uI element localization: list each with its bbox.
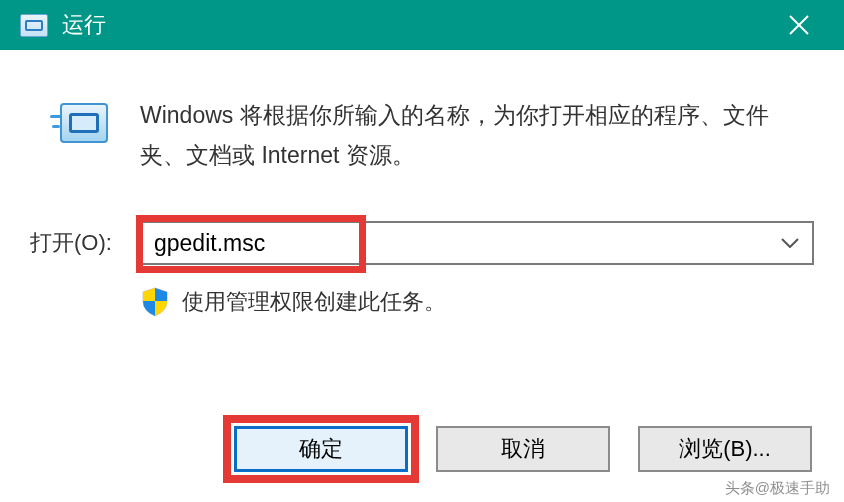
admin-note-text: 使用管理权限创建此任务。 <box>182 287 446 317</box>
run-dialog-icon <box>20 14 48 37</box>
close-icon <box>788 14 810 36</box>
chevron-down-icon <box>781 238 799 248</box>
description-row: Windows 将根据你所输入的名称，为你打开相应的程序、文件夹、文档或 Int… <box>30 95 814 175</box>
open-label: 打开(O): <box>30 228 130 258</box>
close-button[interactable] <box>774 0 824 50</box>
open-input[interactable] <box>142 223 768 263</box>
cancel-button[interactable]: 取消 <box>436 426 610 472</box>
description-text: Windows 将根据你所输入的名称，为你打开相应的程序、文件夹、文档或 Int… <box>140 95 814 175</box>
open-row: 打开(O): <box>30 221 814 265</box>
dropdown-arrow[interactable] <box>768 223 812 263</box>
run-icon <box>50 97 112 149</box>
dialog-content: Windows 将根据你所输入的名称，为你打开相应的程序、文件夹、文档或 Int… <box>0 50 844 317</box>
button-bar: 确定 取消 浏览(B)... <box>234 426 812 472</box>
watermark: 头条@极速手助 <box>725 479 830 498</box>
titlebar: 运行 <box>0 0 844 50</box>
ok-button[interactable]: 确定 <box>234 426 408 472</box>
ok-button-label: 确定 <box>299 434 343 464</box>
window-title: 运行 <box>62 10 106 40</box>
browse-button[interactable]: 浏览(B)... <box>638 426 812 472</box>
browse-button-label: 浏览(B)... <box>679 434 771 464</box>
open-combobox[interactable] <box>140 221 814 265</box>
uac-shield-icon <box>142 287 168 317</box>
cancel-button-label: 取消 <box>501 434 545 464</box>
admin-note-row: 使用管理权限创建此任务。 <box>30 287 814 317</box>
